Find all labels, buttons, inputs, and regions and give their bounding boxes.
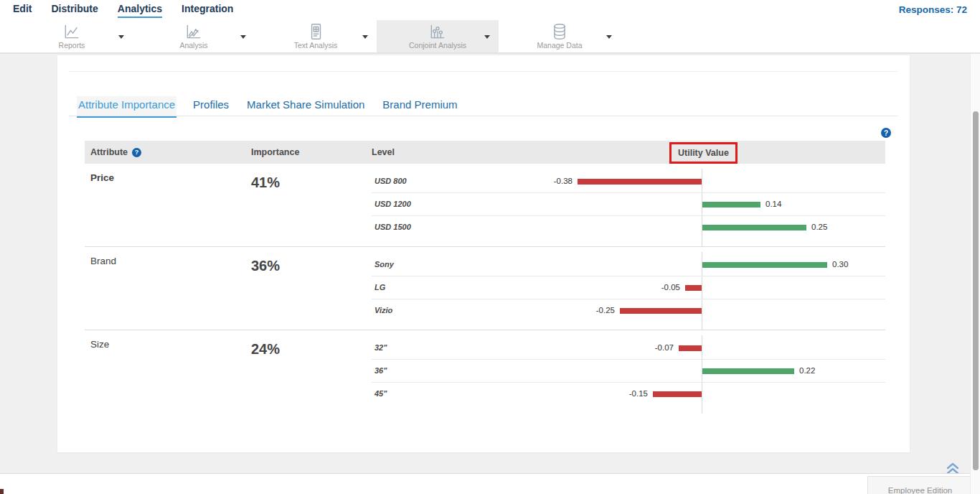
utility-bar <box>702 225 806 230</box>
utility-bar <box>653 391 702 397</box>
trend-chart-icon <box>184 22 203 41</box>
level-row-usd-1200: USD 12000.14 <box>372 193 885 216</box>
level-row-usd-800: USD 800-0.38 <box>372 170 885 193</box>
chevron-down-icon[interactable] <box>240 35 246 39</box>
level-column-header: Level <box>372 147 395 157</box>
divider <box>69 71 898 72</box>
importance-value: 41% <box>251 174 280 191</box>
attribute-name: Price <box>90 172 114 183</box>
top-menu-bar: EditDistributeAnalyticsIntegration Respo… <box>0 0 980 20</box>
level-name: 32" <box>374 343 387 352</box>
table-header-row: Attribute ? Importance Level Utility Val… <box>85 141 885 164</box>
bubble-chart-icon <box>428 22 447 41</box>
level-name: USD 800 <box>374 177 407 185</box>
logo-fragment <box>0 489 4 494</box>
toolbar-button-conjoint-analysis[interactable]: Conjoint Analysis <box>377 20 499 52</box>
edition-badge: Employee Edition <box>867 476 973 494</box>
attribute-group-price: Price41%USD 800-0.38USD 12000.14USD 1500… <box>85 164 885 247</box>
toolbar-button-text-analysis[interactable]: Text Analysis <box>255 20 377 52</box>
level-name: USD 1500 <box>374 223 411 231</box>
responses-count[interactable]: Responses: 72 <box>899 4 967 15</box>
tab-attribute-importance[interactable]: Attribute Importance <box>77 96 176 118</box>
utility-value-label: -0.07 <box>655 343 674 352</box>
edition-label: Employee Edition <box>888 486 953 494</box>
level-name: 45" <box>374 389 387 398</box>
utility-bar <box>702 262 827 268</box>
utility-value-label: 0.30 <box>832 260 848 269</box>
document-grid-icon <box>306 22 325 41</box>
level-row-lg: LG-0.05 <box>372 276 885 299</box>
tab-profiles[interactable]: Profiles <box>192 96 230 118</box>
level-row-sony: Sony0.30 <box>372 253 885 276</box>
importance-value: 36% <box>251 258 280 274</box>
menu-item-analytics[interactable]: Analytics <box>118 3 162 18</box>
toolbar-button-label: Text Analysis <box>255 41 377 50</box>
conjoint-tabs: Attribute ImportanceProfilesMarket Share… <box>77 96 459 118</box>
level-row-36: 36"0.22 <box>372 360 885 383</box>
toolbar-button-label: Reports <box>11 41 133 50</box>
level-bars: USD 800-0.38USD 12000.14USD 15000.25 <box>372 164 885 239</box>
level-name: USD 1200 <box>374 200 411 208</box>
importance-column-header: Importance <box>251 147 299 157</box>
level-row-32: 32"-0.07 <box>372 337 885 360</box>
level-bars: Sony0.30LG-0.05Vizio-0.25 <box>372 247 885 322</box>
utility-value-label: -0.05 <box>661 283 680 292</box>
utility-value-label: 0.22 <box>799 366 815 375</box>
help-icon[interactable]: ? <box>132 148 141 157</box>
level-row-vizio: Vizio-0.25 <box>372 299 885 322</box>
utility-value-label: -0.38 <box>554 177 573 185</box>
chevron-down-icon[interactable] <box>362 35 368 39</box>
utility-value-column-header-highlighted: Utility Value <box>669 142 738 164</box>
tab-brand-premium[interactable]: Brand Premium <box>381 96 458 118</box>
database-icon <box>550 22 569 41</box>
attribute-name: Size <box>90 339 109 350</box>
toolbar-button-label: Manage Data <box>499 41 621 50</box>
utility-value-label: 0.14 <box>765 200 781 208</box>
menu-item-distribute[interactable]: Distribute <box>51 3 98 18</box>
toolbar-button-label: Analysis <box>133 41 255 50</box>
attribute-name: Brand <box>90 256 116 266</box>
utility-bar <box>685 285 702 291</box>
importance-value: 24% <box>251 341 280 358</box>
level-name: LG <box>374 283 385 292</box>
toolbar-button-label: Conjoint Analysis <box>377 41 499 50</box>
level-row-45: 45"-0.15 <box>372 383 885 406</box>
toolbar-button-reports[interactable]: Reports <box>11 20 133 52</box>
utility-bar <box>702 202 760 208</box>
level-name: Vizio <box>374 306 392 314</box>
attribute-group-size: Size24%32"-0.0736"0.2245"-0.15 <box>85 330 885 414</box>
utility-value-label: 0.25 <box>811 223 827 231</box>
line-chart-icon <box>62 22 81 41</box>
footer-strip <box>0 473 970 494</box>
menu-item-integration[interactable]: Integration <box>182 3 233 18</box>
attribute-column-header: Attribute ? <box>90 147 141 157</box>
main-menu: EditDistributeAnalyticsIntegration <box>13 0 233 20</box>
utility-value-label: -0.15 <box>629 389 648 398</box>
analytics-toolbar: ReportsAnalysisText AnalysisConjoint Ana… <box>0 20 980 54</box>
chevron-down-icon[interactable] <box>606 35 612 39</box>
scrollbar-thumb[interactable] <box>973 111 979 470</box>
level-name: Sony <box>374 260 394 269</box>
content-card: Attribute ImportanceProfilesMarket Share… <box>57 55 910 452</box>
toolbar-button-manage-data[interactable]: Manage Data <box>499 20 621 52</box>
table-body: Price41%USD 800-0.38USD 12000.14USD 1500… <box>85 164 885 414</box>
help-icon[interactable]: ? <box>881 128 891 138</box>
divider <box>69 116 898 116</box>
utility-bar <box>620 308 702 314</box>
attribute-importance-table: Attribute ? Importance Level Utility Val… <box>85 141 885 414</box>
chevron-down-icon[interactable] <box>484 35 490 39</box>
toolbar-button-analysis[interactable]: Analysis <box>133 20 255 52</box>
conjoint-analysis-screen: EditDistributeAnalyticsIntegration Respo… <box>0 0 980 494</box>
utility-bar <box>578 179 702 185</box>
utility-bar <box>702 368 794 374</box>
attribute-header-label: Attribute <box>90 147 128 157</box>
tab-market-share-simulation[interactable]: Market Share Simulation <box>245 96 366 118</box>
scrollbar[interactable] <box>970 54 980 494</box>
level-row-usd-1500: USD 15000.25 <box>372 216 885 239</box>
menu-item-edit[interactable]: Edit <box>13 3 32 18</box>
level-bars: 32"-0.0736"0.2245"-0.15 <box>372 330 885 406</box>
attribute-group-brand: Brand36%Sony0.30LG-0.05Vizio-0.25 <box>85 247 885 330</box>
utility-value-label: -0.25 <box>596 306 615 314</box>
level-name: 36" <box>374 366 387 375</box>
chevron-down-icon[interactable] <box>118 35 124 39</box>
